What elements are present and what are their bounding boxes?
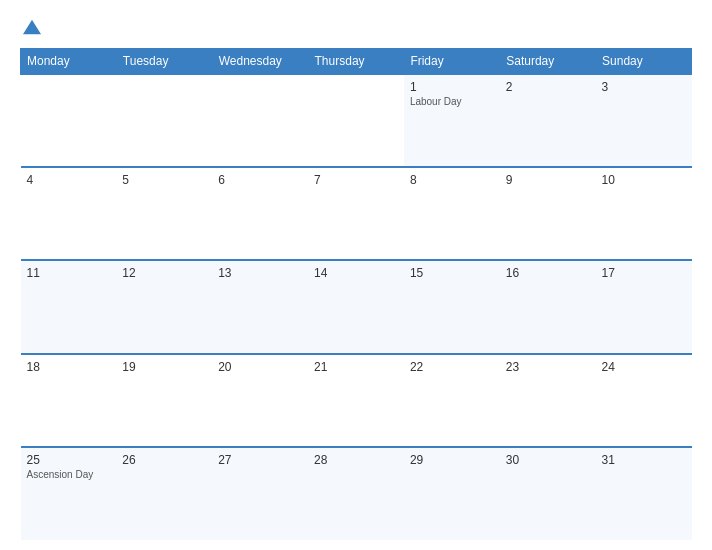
day-number: 21 <box>314 360 398 374</box>
weekday-header-thursday: Thursday <box>308 49 404 75</box>
calendar-cell: 25Ascension Day <box>21 447 117 540</box>
calendar-cell: 24 <box>596 354 692 447</box>
day-number: 24 <box>602 360 686 374</box>
calendar-week-row: 45678910 <box>21 167 692 260</box>
calendar-cell: 2 <box>500 74 596 167</box>
day-number: 26 <box>122 453 206 467</box>
day-number: 17 <box>602 266 686 280</box>
calendar-cell: 26 <box>116 447 212 540</box>
day-number: 8 <box>410 173 494 187</box>
day-number: 12 <box>122 266 206 280</box>
day-number: 6 <box>218 173 302 187</box>
calendar-cell <box>308 74 404 167</box>
day-number: 7 <box>314 173 398 187</box>
calendar-cell: 3 <box>596 74 692 167</box>
calendar-week-row: 18192021222324 <box>21 354 692 447</box>
day-number: 2 <box>506 80 590 94</box>
calendar-cell: 11 <box>21 260 117 353</box>
calendar-cell: 31 <box>596 447 692 540</box>
calendar-page: MondayTuesdayWednesdayThursdayFridaySatu… <box>0 0 712 550</box>
day-number: 16 <box>506 266 590 280</box>
calendar-cell: 10 <box>596 167 692 260</box>
day-number: 20 <box>218 360 302 374</box>
day-number: 30 <box>506 453 590 467</box>
day-number: 15 <box>410 266 494 280</box>
weekday-header-row: MondayTuesdayWednesdayThursdayFridaySatu… <box>21 49 692 75</box>
calendar-cell: 22 <box>404 354 500 447</box>
calendar-cell: 13 <box>212 260 308 353</box>
day-number: 11 <box>27 266 111 280</box>
calendar-cell: 23 <box>500 354 596 447</box>
calendar-cell: 21 <box>308 354 404 447</box>
calendar-cell: 20 <box>212 354 308 447</box>
logo <box>20 18 41 36</box>
weekday-header-tuesday: Tuesday <box>116 49 212 75</box>
calendar-cell: 12 <box>116 260 212 353</box>
day-number: 25 <box>27 453 111 467</box>
day-number: 9 <box>506 173 590 187</box>
calendar-week-row: 25Ascension Day262728293031 <box>21 447 692 540</box>
weekday-header-monday: Monday <box>21 49 117 75</box>
calendar-cell: 9 <box>500 167 596 260</box>
day-number: 4 <box>27 173 111 187</box>
header <box>20 18 692 36</box>
calendar-body: 1Labour Day23456789101112131415161718192… <box>21 74 692 540</box>
calendar-cell <box>116 74 212 167</box>
day-number: 27 <box>218 453 302 467</box>
calendar-header: MondayTuesdayWednesdayThursdayFridaySatu… <box>21 49 692 75</box>
svg-marker-0 <box>23 20 41 34</box>
weekday-header-sunday: Sunday <box>596 49 692 75</box>
day-number: 13 <box>218 266 302 280</box>
calendar-cell: 19 <box>116 354 212 447</box>
day-number: 19 <box>122 360 206 374</box>
day-number: 5 <box>122 173 206 187</box>
calendar-cell <box>21 74 117 167</box>
logo-triangle-icon <box>23 18 41 36</box>
calendar-cell: 27 <box>212 447 308 540</box>
calendar-cell: 16 <box>500 260 596 353</box>
day-number: 10 <box>602 173 686 187</box>
day-number: 22 <box>410 360 494 374</box>
calendar-week-row: 1Labour Day23 <box>21 74 692 167</box>
day-number: 23 <box>506 360 590 374</box>
event-label: Labour Day <box>410 96 494 107</box>
calendar-cell: 18 <box>21 354 117 447</box>
calendar-table: MondayTuesdayWednesdayThursdayFridaySatu… <box>20 48 692 540</box>
calendar-cell: 29 <box>404 447 500 540</box>
weekday-header-friday: Friday <box>404 49 500 75</box>
calendar-cell: 15 <box>404 260 500 353</box>
calendar-cell: 8 <box>404 167 500 260</box>
calendar-cell: 6 <box>212 167 308 260</box>
calendar-cell: 30 <box>500 447 596 540</box>
day-number: 18 <box>27 360 111 374</box>
calendar-cell: 14 <box>308 260 404 353</box>
calendar-cell <box>212 74 308 167</box>
calendar-cell: 7 <box>308 167 404 260</box>
weekday-header-saturday: Saturday <box>500 49 596 75</box>
calendar-cell: 1Labour Day <box>404 74 500 167</box>
calendar-cell: 5 <box>116 167 212 260</box>
calendar-cell: 4 <box>21 167 117 260</box>
day-number: 28 <box>314 453 398 467</box>
day-number: 3 <box>602 80 686 94</box>
calendar-week-row: 11121314151617 <box>21 260 692 353</box>
day-number: 1 <box>410 80 494 94</box>
event-label: Ascension Day <box>27 469 111 480</box>
day-number: 29 <box>410 453 494 467</box>
calendar-cell: 28 <box>308 447 404 540</box>
day-number: 31 <box>602 453 686 467</box>
day-number: 14 <box>314 266 398 280</box>
calendar-cell: 17 <box>596 260 692 353</box>
weekday-header-wednesday: Wednesday <box>212 49 308 75</box>
